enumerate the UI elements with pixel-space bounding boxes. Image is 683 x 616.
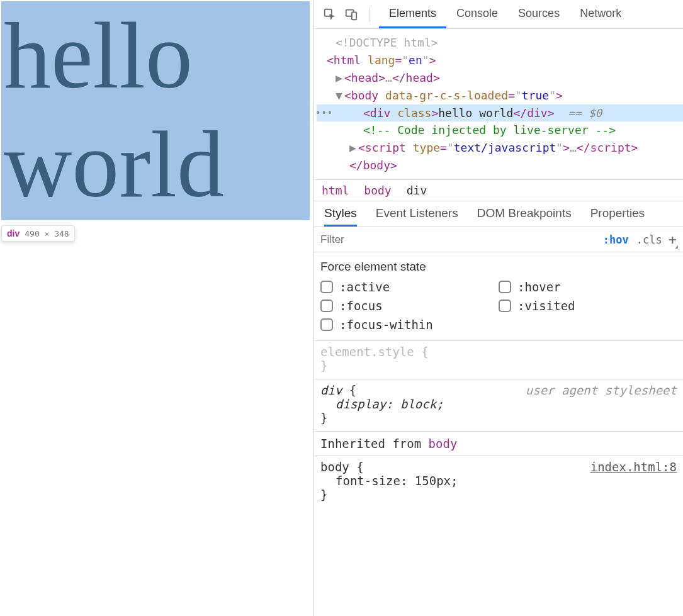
subtab-event-listeners[interactable]: Event Listeners <box>376 201 458 227</box>
rule-element-style[interactable]: element.style { } <box>314 341 683 379</box>
preview-highlighted-div[interactable]: hello world <box>1 1 310 220</box>
tooltip-dims: 490 × 348 <box>25 229 69 238</box>
chevron-right-icon[interactable]: ▶ <box>349 139 358 157</box>
selector-div: div <box>320 383 342 397</box>
state-hover[interactable]: :hover <box>499 280 677 294</box>
breadcrumb-html[interactable]: html <box>322 184 349 197</box>
checkbox-icon[interactable] <box>320 318 333 331</box>
styles-filter-row: :hov .cls + <box>314 227 683 252</box>
breadcrumb-body[interactable]: body <box>364 184 391 197</box>
tab-console[interactable]: Console <box>446 0 508 28</box>
device-toggle-icon[interactable] <box>342 5 361 24</box>
checkbox-icon[interactable] <box>320 281 333 293</box>
dom-doctype[interactable]: <!DOCTYPE html> <box>317 34 683 52</box>
decl-font-size[interactable]: font-size: 150px; <box>320 474 677 488</box>
checkbox-icon[interactable] <box>320 300 333 312</box>
tab-network[interactable]: Network <box>570 0 631 28</box>
dimension-tooltip: div 490 × 348 <box>1 225 75 242</box>
dom-script[interactable]: ▶<script type="text/javascript">…</scrip… <box>317 139 683 157</box>
tab-elements[interactable]: Elements <box>379 0 446 28</box>
devtools-tabs: Elements Console Sources Network <box>379 0 631 28</box>
devtools-toolbar: Elements Console Sources Network <box>314 0 683 29</box>
subtab-styles[interactable]: Styles <box>324 201 357 227</box>
dom-body-close[interactable]: </body> <box>317 157 683 174</box>
force-element-state: Force element state :active :hover :focu… <box>314 252 683 341</box>
cls-toggle[interactable]: .cls <box>636 233 662 246</box>
rule-source-link[interactable]: index.html:8 <box>590 460 677 474</box>
subtab-dom-breakpoints[interactable]: DOM Breakpoints <box>477 201 572 227</box>
checkbox-icon[interactable] <box>499 300 511 312</box>
inspect-icon[interactable] <box>320 5 339 24</box>
ellipsis-icon[interactable]: ••• <box>315 106 333 120</box>
dom-html-open[interactable]: <html lang="en"> <box>317 52 683 69</box>
rule-div[interactable]: user agent stylesheet div { display: blo… <box>314 379 683 432</box>
breadcrumb-div[interactable]: div <box>407 184 427 197</box>
devtools: Elements Console Sources Network <!DOCTY… <box>314 0 683 616</box>
checkbox-icon[interactable] <box>499 281 511 293</box>
breadcrumb: html body div <box>314 179 683 201</box>
hov-toggle[interactable]: :hov <box>603 233 629 246</box>
style-rules: element.style { } user agent stylesheet … <box>314 341 683 616</box>
force-state-title: Force element state <box>320 260 677 274</box>
decl-display-block[interactable]: display: block; <box>320 397 677 411</box>
state-focus-within[interactable]: :focus-within <box>320 318 499 332</box>
tab-sources[interactable]: Sources <box>508 0 570 28</box>
rule-source-ua: user agent stylesheet <box>526 383 677 397</box>
rule-body[interactable]: index.html:8 body { font-size: 150px; } <box>314 456 683 508</box>
dom-selected-div[interactable]: •••<div class>hello world</div> == $0 <box>317 104 683 122</box>
state-visited[interactable]: :visited <box>499 299 677 313</box>
state-focus[interactable]: :focus <box>320 299 499 313</box>
toolbar-separator <box>370 8 370 21</box>
svg-rect-2 <box>352 12 356 20</box>
dom-comment[interactable]: <!-- Code injected by live-server --> <box>317 121 683 139</box>
styles-subtabs: Styles Event Listeners DOM Breakpoints P… <box>314 201 683 227</box>
subtab-properties[interactable]: Properties <box>590 201 645 227</box>
styles-filter-input[interactable] <box>320 233 603 246</box>
inherited-header: Inherited from body <box>314 432 683 456</box>
dom-head[interactable]: ▶<head>…</head> <box>317 69 683 87</box>
selector-body: body <box>320 460 349 474</box>
dom-body-open[interactable]: ▼<body data-gr-c-s-loaded="true"> <box>317 87 683 104</box>
state-active[interactable]: :active <box>320 280 499 294</box>
add-rule-icon[interactable]: + <box>669 232 677 247</box>
chevron-down-icon[interactable]: ▼ <box>336 87 344 104</box>
tooltip-tag: div <box>7 228 20 238</box>
page-preview: hello world div 490 × 348 <box>0 0 314 616</box>
chevron-right-icon[interactable]: ▶ <box>336 69 344 87</box>
dom-tree[interactable]: <!DOCTYPE html> <html lang="en"> ▶<head>… <box>314 29 683 179</box>
